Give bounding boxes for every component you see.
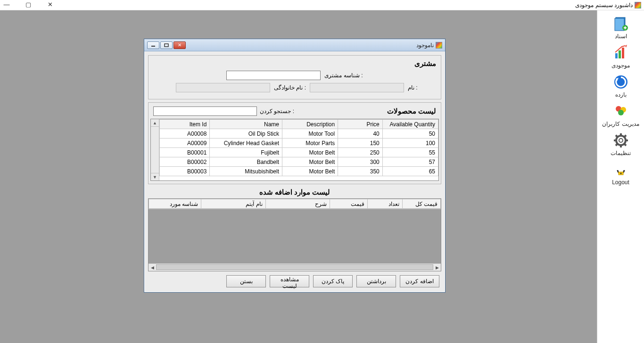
table-row[interactable]: A00009Cylinder Head GasketMotor Parts150… [160,139,438,148]
child-close-button[interactable]: ✕ [173,41,186,49]
svg-point-25 [620,173,621,174]
svg-point-15 [619,139,623,142]
table-cell: 55 [382,148,438,157]
table-cell: Bandbelt [210,157,282,167]
table-cell: Oil Dip Stick [210,129,282,139]
svg-rect-6 [619,50,621,58]
table-cell: 50 [382,129,438,139]
table-cell: Motor Parts [282,139,338,148]
refresh-icon [612,74,629,90]
sidebar-item-documents[interactable]: اسناد [597,14,644,41]
table-cell: Motor Belt [282,167,338,176]
child-maximize-button[interactable] [160,41,173,49]
customer-id-label: شناسه مشتری : [324,72,363,79]
sidebar-item-settings[interactable]: تنظیمات [597,131,644,157]
table-row[interactable]: A00008Oil Dip StickMotor Tool4050 [160,129,438,139]
form-icon [436,42,442,49]
table-row[interactable]: B00003MitsubishibeltMotor Belt35065 [160,167,438,176]
clear-button[interactable]: پاک کردن [313,275,353,287]
add-button[interactable]: اضافه کردن [400,275,439,287]
table-cell: Motor Tool [282,129,338,139]
sidebar-item-returns[interactable]: بازده [597,73,644,99]
child-window-titlebar[interactable]: ناموجود ✕ [144,39,445,51]
products-scrollbar[interactable]: ▲ ▼ [151,119,159,180]
svg-line-23 [624,135,626,137]
sidebar-item-logout[interactable]: Logout [597,160,644,187]
view-list-button[interactable]: مشاهده لیست [270,275,309,287]
logout-icon [612,161,629,178]
table-cell: A00008 [160,129,210,139]
added-list-title: لیست موارد اضافه شده [148,188,441,196]
search-input[interactable] [153,106,257,116]
child-minimize-button[interactable] [147,41,159,49]
table-cell: 350 [338,167,383,176]
added-col-total[interactable]: قیمت کل [403,199,441,209]
table-cell: 65 [382,167,438,176]
col-qty[interactable]: Available Quantity [382,120,438,129]
svg-rect-7 [622,48,624,58]
table-cell: Cylinder Head Gasket [210,139,282,148]
users-icon [612,103,629,120]
table-cell: B00002 [160,157,210,167]
products-grid[interactable]: ▲ ▼ Item Id Name Description Price Avail… [150,119,439,181]
sidebar-item-label: بازده [615,91,627,98]
table-cell: Motor Belt [282,148,338,157]
added-list-grid[interactable]: شناسه مورد نام آیتم شرح قیمت تعداد قیمت … [148,198,441,271]
child-window-title: ناموجود [416,42,434,49]
added-col-price[interactable]: قیمت [330,199,367,209]
table-row[interactable]: B00002BandbeltMotor Belt30057 [160,157,438,167]
minimize-button[interactable]: — [3,1,10,8]
col-price[interactable]: Price [338,120,383,129]
table-cell: 40 [338,129,383,139]
scroll-left-icon[interactable]: ◀ [149,264,156,271]
search-label: جستجو کردن : [260,108,294,114]
sidebar-item-users[interactable]: مدیریت کاربران [597,102,644,128]
svg-line-22 [616,144,618,146]
customer-lastname-input [176,83,270,92]
scroll-right-icon[interactable]: ▶ [433,264,441,271]
svg-line-20 [616,135,618,137]
table-cell: 150 [338,139,383,148]
added-col-count[interactable]: تعداد [368,199,403,209]
sidebar-item-inventory[interactable]: موجودی [597,43,644,70]
customer-id-input[interactable] [226,71,321,80]
gear-icon [612,132,629,149]
table-cell: 250 [338,148,383,157]
products-panel: لیست محصولات جستجو کردن : ▲ ▼ [148,102,441,184]
close-button[interactable]: ✕ [46,1,54,8]
added-hscrollbar[interactable]: ◀ ▶ [149,263,441,271]
table-cell: 57 [382,157,438,167]
svg-rect-5 [615,53,618,58]
table-row[interactable]: B00001FujibeltMotor Belt25055 [160,148,438,157]
col-desc[interactable]: Description [282,120,338,129]
action-button-row: اضافه کردن برداشتن پاک کردن مشاهده لیست … [148,271,441,288]
added-col-name[interactable]: نام آیتم [201,199,265,209]
scroll-down-icon[interactable]: ▼ [151,173,159,180]
table-cell: B00001 [160,148,210,157]
sidebar-item-label: اسناد [615,33,627,40]
close-form-button[interactable]: بستن [226,275,266,287]
scroll-up-icon[interactable]: ▲ [151,119,159,127]
main-window-title: داشبورد سیستم موجودی [575,2,633,8]
customer-panel-title: مشتری [153,59,436,68]
table-cell: Fujibelt [210,148,282,157]
customer-name-input [310,83,404,92]
remove-button[interactable]: برداشتن [356,275,396,287]
sidebar-item-label: موجودی [611,62,630,69]
main-window-titlebar: داشبورد سیستم موجودی [0,0,644,10]
col-name[interactable]: Name [210,120,282,129]
table-cell: A00009 [160,139,210,148]
customer-name-label: نام : [408,84,436,91]
maximize-button[interactable]: ▢ [25,1,32,8]
added-col-id[interactable]: شناسه مورد [149,199,201,209]
hscroll-thumb[interactable] [156,264,433,270]
added-col-desc[interactable]: شرح [265,199,330,209]
table-cell: 300 [338,157,383,167]
svg-rect-4 [625,26,626,29]
documents-icon [612,15,629,32]
table-cell: B00003 [160,167,210,176]
svg-rect-27 [165,44,168,47]
sidebar-item-label: تنظیمات [611,150,631,156]
col-item-id[interactable]: Item Id [160,120,210,129]
table-cell: 100 [382,139,438,148]
